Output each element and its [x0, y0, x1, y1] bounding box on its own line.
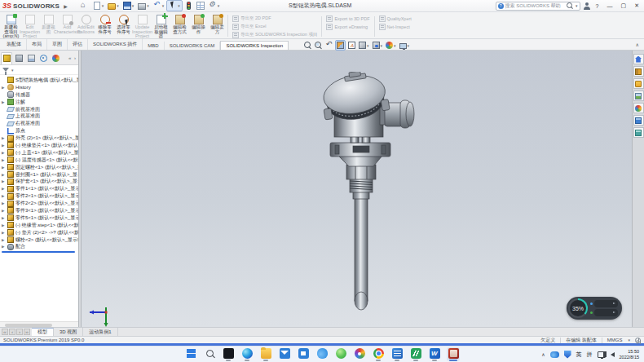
- tree-horizontal-scrollbar[interactable]: [0, 321, 78, 327]
- language-indicator[interactable]: 英: [576, 351, 582, 359]
- search-icon[interactable]: [567, 2, 573, 9]
- export-button[interactable]: 导出至 2D PDF: [232, 15, 317, 22]
- panel-tab[interactable]: [1, 52, 12, 64]
- ime-indicator[interactable]: 拼: [587, 351, 593, 359]
- scrollbar-thumb[interactable]: [5, 324, 52, 327]
- taskbar-app-button[interactable]: [372, 347, 385, 361]
- expand-arrow-icon[interactable]: [2, 209, 7, 213]
- tree-item[interactable]: 零件2<2> (默认<<默认>_显示状: [0, 200, 78, 207]
- dropdown-caret-icon[interactable]: ▾: [394, 43, 396, 48]
- next-tab-icon[interactable]: ›: [16, 329, 23, 335]
- ribbon-button[interactable]: 移除零 件序号: [95, 13, 114, 38]
- ribbon-button[interactable]: 新建检 查项目 (amp;N): [2, 13, 20, 38]
- widget-row[interactable]: [590, 300, 618, 307]
- dropdown-caret-icon[interactable]: ▾: [132, 3, 135, 8]
- tree-item[interactable]: (-) 绝缘管.step<1> (默认<<默认>_: [0, 222, 78, 229]
- taskbar-app-button[interactable]: [447, 347, 460, 361]
- ribbon-button[interactable]: Edit Inspection Project: [20, 13, 39, 38]
- view-tool-button[interactable]: ▾: [303, 41, 312, 50]
- expand-arrow-icon[interactable]: [2, 194, 7, 198]
- panel-tab[interactable]: [13, 52, 24, 64]
- taskbar-app-button[interactable]: [240, 347, 254, 361]
- view-tool-button[interactable]: ▾: [399, 42, 411, 50]
- view-tool-button[interactable]: ▾: [358, 41, 370, 50]
- command-tab[interactable]: SOLIDWORKS CAM: [165, 42, 221, 50]
- tree-item[interactable]: 前视基准面: [0, 106, 78, 113]
- export-button[interactable]: 导出至 SOLIDWORKS Inspection 项目: [232, 31, 317, 38]
- tree-item[interactable]: 零件2<1> (默认<<默认>_显示状: [0, 192, 78, 200]
- clock[interactable]: 15:50 2022/8/15: [620, 349, 639, 360]
- last-tab-icon[interactable]: ››: [24, 329, 30, 335]
- zoom-overlay-widget[interactable]: 35%: [567, 297, 622, 320]
- zoom-dial[interactable]: 35%: [568, 298, 588, 318]
- tree-item[interactable]: 固定螺栓<1> (默认<<默认>_显示状: [0, 164, 78, 171]
- widget-button[interactable]: [594, 300, 618, 307]
- dropdown-caret-icon[interactable]: ▾: [367, 43, 369, 48]
- expand-arrow-icon[interactable]: [2, 245, 7, 249]
- tree-item[interactable]: History: [0, 84, 78, 91]
- quick-access-button[interactable]: ▾: [91, 1, 106, 11]
- view-tool-button[interactable]: ▾: [372, 41, 384, 50]
- expand-arrow-icon[interactable]: [2, 143, 7, 148]
- expand-arrow-icon[interactable]: [2, 158, 7, 162]
- dropdown-caret-icon[interactable]: ▾: [381, 43, 383, 48]
- command-tab[interactable]: 评估: [68, 39, 88, 50]
- tree-item[interactable]: 外壳 (2)<1> (默认<<默认>_显示状: [0, 135, 78, 142]
- close-button[interactable]: ✕: [632, 2, 642, 9]
- task-pane-tab[interactable]: [633, 115, 644, 126]
- collapse-ribbon-icon[interactable]: ∧: [636, 42, 639, 47]
- tree-item[interactable]: 零件1<1> (默认<<默认>_显示状态: [0, 185, 78, 192]
- tree-item[interactable]: 零件3<1> (默认<<默认>_显示状态: [0, 207, 78, 214]
- filter-caret-icon[interactable]: ▾: [11, 68, 14, 73]
- units-caret-icon[interactable]: ▾: [628, 338, 630, 342]
- task-pane-tab[interactable]: [633, 103, 644, 113]
- widget-button[interactable]: [594, 309, 618, 316]
- quick-access-button[interactable]: ▾: [106, 1, 121, 11]
- expand-arrow-icon[interactable]: [2, 86, 7, 90]
- expand-arrow-icon[interactable]: [2, 100, 7, 104]
- taskbar-app-button[interactable]: [222, 347, 235, 361]
- taskbar-app-button[interactable]: [334, 347, 347, 361]
- quick-access-button[interactable]: ▾: [121, 1, 136, 11]
- expand-arrow-icon[interactable]: [2, 187, 7, 191]
- tray-expand-icon[interactable]: ∧: [541, 351, 545, 357]
- quick-access-button[interactable]: ▾: [152, 1, 166, 11]
- widget-row[interactable]: [590, 309, 618, 316]
- document-tab[interactable]: 3D 视图: [54, 328, 83, 336]
- dropdown-caret-icon[interactable]: ▾: [117, 3, 119, 8]
- task-pane-tab[interactable]: [633, 127, 644, 138]
- export-button[interactable]: QualityXpert: [379, 15, 412, 22]
- expand-arrow-icon[interactable]: [2, 173, 7, 177]
- panel-tab-arrows[interactable]: « ›: [68, 55, 77, 60]
- taskbar-app-button[interactable]: [184, 347, 197, 361]
- task-pane-tab[interactable]: [633, 90, 644, 101]
- panel-tab[interactable]: [50, 52, 61, 64]
- taskbar-app-button[interactable]: [259, 347, 272, 361]
- dropdown-caret-icon[interactable]: ▾: [178, 3, 180, 8]
- search-caret-icon[interactable]: ▾: [576, 3, 578, 8]
- units-selector[interactable]: MMGS: [607, 338, 623, 342]
- task-pane-tab[interactable]: [633, 66, 644, 77]
- panel-tab[interactable]: [37, 52, 49, 64]
- dropdown-caret-icon[interactable]: ▾: [218, 3, 220, 8]
- expand-arrow-icon[interactable]: [2, 136, 7, 140]
- view-tool-button[interactable]: ▾: [385, 41, 397, 50]
- quick-access-button[interactable]: ▾: [79, 1, 90, 11]
- search-scope-icon[interactable]: [498, 3, 504, 9]
- command-tab[interactable]: SOLIDWORKS 插件: [88, 39, 143, 50]
- taskbar-app-button[interactable]: [315, 347, 329, 361]
- command-tab[interactable]: MBD: [143, 42, 164, 50]
- quick-access-button[interactable]: ▾: [183, 1, 194, 11]
- first-tab-icon[interactable]: ‹‹: [2, 329, 8, 335]
- export-button[interactable]: Export to 3D PDF: [326, 15, 369, 22]
- ribbon-button[interactable]: 编辑卖 方: [208, 13, 227, 38]
- search-input[interactable]: 搜索 SOLIDWORKS 帮助 ▾: [496, 2, 580, 11]
- tree-item[interactable]: 保护套<1> (默认<<默认>_显示状: [0, 178, 78, 185]
- tree-item[interactable]: 注解: [0, 99, 78, 106]
- prev-tab-icon[interactable]: ‹: [9, 329, 15, 335]
- ribbon-button[interactable]: 编辑检 查方式: [170, 13, 189, 38]
- tree-item[interactable]: 配合: [0, 243, 78, 250]
- tree-item[interactable]: 密封圈<1> (默认<<默认>_显示状: [0, 171, 78, 179]
- expand-arrow-icon[interactable]: [2, 238, 7, 242]
- taskbar-app-button[interactable]: [278, 347, 291, 361]
